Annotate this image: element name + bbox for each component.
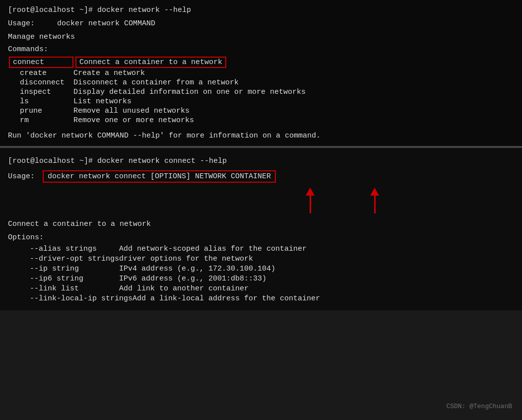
opt-row-link: --link list Add link to another containe…: [10, 284, 514, 293]
cmd-desc-ls: List networks: [73, 97, 131, 106]
cmd-name-inspect: inspect: [9, 88, 73, 96]
cmd-name-prune: prune: [9, 107, 73, 115]
bottom-usage-container: Usage: docker network connect [OPTIONS] …: [8, 170, 514, 183]
cmd-desc-create: Create a network: [73, 69, 145, 77]
cmd-name-disconnect: disconnect: [9, 78, 73, 87]
connect-desc: Connect a container to a network: [8, 220, 514, 228]
opt-row-ip6: --ip6 string IPv6 address (e.g., 2001:db…: [10, 275, 514, 283]
opt-name-link: --link list: [10, 284, 119, 293]
top-terminal: [root@localhost ~]# docker network --hel…: [0, 0, 522, 148]
commands-header: Commands:: [8, 45, 514, 54]
cmd-desc-inspect: Display detailed information on one or m…: [73, 88, 306, 96]
cmd-desc-disconnect: Disconnect a container from a network: [73, 78, 239, 87]
cmd-row-prune: prune Remove all unused networks: [9, 107, 514, 115]
opt-desc-alias: Add network-scoped alias for the contain…: [119, 245, 307, 253]
cmd-desc-connect: Connect a container to a network: [75, 57, 226, 68]
top-usage: Usage: docker network COMMAND: [8, 19, 514, 28]
cmd-desc-prune: Remove all unused networks: [73, 107, 190, 115]
options-header: Options:: [8, 233, 514, 242]
opt-name-ip6: --ip6 string: [10, 275, 119, 283]
top-prompt: [root@localhost ~]# docker network --hel…: [8, 6, 514, 14]
cmd-name-create: create: [9, 69, 73, 77]
cmd-row-inspect: inspect Display detailed information on …: [9, 88, 514, 96]
top-usage-text: docker network COMMAND: [57, 19, 155, 28]
opt-desc-ip: IPv4 address (e.g., 172.30.100.104): [119, 265, 275, 273]
top-usage-label: Usage:: [8, 19, 35, 28]
commands-table: connect Connect a container to a network…: [9, 57, 514, 125]
cmd-row-disconnect: disconnect Disconnect a container from a…: [9, 78, 514, 87]
arrows-area: [8, 188, 514, 215]
bottom-terminal: [root@localhost ~]# docker network conne…: [0, 148, 522, 310]
opt-row-link-local-ip: --link-local-ip strings Add a link-local…: [10, 294, 514, 303]
opt-name-alias: --alias strings: [10, 245, 119, 253]
manage-networks-text: Manage networks: [8, 33, 514, 41]
opt-name-link-local-ip: --link-local-ip strings: [10, 294, 132, 303]
cmd-row-rm: rm Remove one or more networks: [9, 116, 514, 125]
cmd-name-ls: ls: [9, 97, 73, 106]
opt-desc-link: Add link to another container: [119, 284, 249, 293]
arrow-left: [306, 188, 316, 215]
opt-desc-link-local-ip: Add a link-local address for the contain…: [132, 294, 320, 303]
watermark: CSDN: @TengChuanB: [446, 403, 512, 410]
cmd-name-rm: rm: [9, 116, 73, 125]
bottom-usage-box: docker network connect [OPTIONS] NETWORK…: [43, 170, 276, 183]
cmd-row-ls: ls List networks: [9, 97, 514, 106]
bottom-prompt: [root@localhost ~]# docker network conne…: [8, 157, 514, 165]
cmd-row-connect: connect Connect a container to a network: [9, 57, 514, 68]
options-table: --alias strings Add network-scoped alias…: [10, 245, 514, 303]
cmd-name-connect: connect: [9, 57, 73, 68]
opt-name-driver-opt: --driver-opt strings: [10, 255, 119, 263]
bottom-usage-label: Usage:: [8, 172, 35, 181]
cmd-desc-rm: Remove one or more networks: [73, 116, 194, 125]
opt-desc-ip6: IPv6 address (e.g., 2001:db8::33): [119, 275, 266, 283]
run-hint: Run 'docker network COMMAND --help' for …: [8, 132, 514, 140]
opt-desc-driver-opt: driver options for the network: [119, 255, 253, 263]
opt-row-driver-opt: --driver-opt strings driver options for …: [10, 255, 514, 263]
opt-row-ip: --ip string IPv4 address (e.g., 172.30.1…: [10, 265, 514, 273]
opt-row-alias: --alias strings Add network-scoped alias…: [10, 245, 514, 253]
opt-name-ip: --ip string: [10, 265, 119, 273]
arrow-right: [370, 188, 380, 215]
cmd-row-create: create Create a network: [9, 69, 514, 77]
